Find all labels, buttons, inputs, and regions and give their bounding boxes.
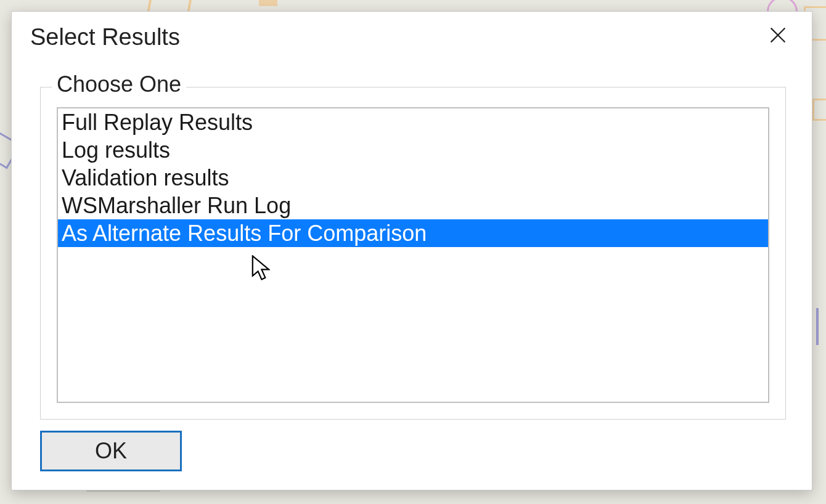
- background-decoration: [816, 308, 826, 345]
- background-decoration: [812, 99, 826, 121]
- close-icon: [767, 25, 788, 46]
- background-decoration: [86, 489, 160, 504]
- group-label: Choose One: [52, 71, 186, 97]
- list-item[interactable]: Validation results: [58, 164, 768, 192]
- dialog-titlebar: Select Results: [12, 12, 812, 62]
- list-item[interactable]: WSMarshaller Run Log: [58, 192, 768, 219]
- select-results-dialog: Select Results Choose One Full Replay Re…: [11, 11, 812, 490]
- list-item[interactable]: Log results: [58, 136, 768, 164]
- background-decoration: [259, 0, 277, 6]
- dialog-title: Select Results: [30, 24, 180, 51]
- results-listbox[interactable]: Full Replay Results Log results Validati…: [57, 107, 769, 403]
- list-item[interactable]: Full Replay Results: [58, 108, 768, 136]
- ok-button[interactable]: OK: [40, 431, 182, 471]
- close-button[interactable]: [761, 22, 795, 52]
- ok-button-label: OK: [95, 438, 127, 464]
- choose-one-group: Choose One Full Replay Results Log resul…: [40, 87, 786, 420]
- list-item[interactable]: As Alternate Results For Comparison: [58, 219, 768, 247]
